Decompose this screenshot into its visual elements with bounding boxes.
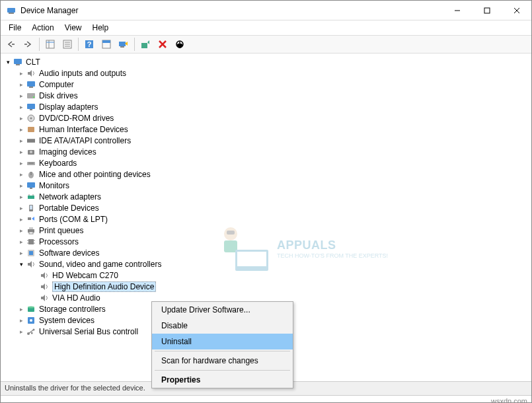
tree-root[interactable]: CLT: [1, 56, 531, 67]
svg-rect-3: [484, 8, 490, 13]
context-menu-item[interactable]: Scan for hardware changes: [152, 353, 293, 369]
category-icon: [26, 315, 36, 326]
menu-help[interactable]: Help: [89, 22, 113, 34]
device-icon: [39, 281, 50, 292]
minimize-button[interactable]: [442, 1, 472, 20]
update-driver-button[interactable]: [137, 37, 153, 52]
tree-category[interactable]: Print queues: [1, 225, 531, 236]
window-controls: [442, 1, 531, 20]
context-menu-item[interactable]: Update Driver Software...: [152, 302, 293, 318]
maximize-button[interactable]: [472, 1, 502, 20]
category-icon: [26, 203, 36, 213]
tree-category[interactable]: IDE ATA/ATAPI controllers: [1, 135, 531, 146]
svg-point-32: [30, 117, 32, 119]
tree-category[interactable]: Mice and other pointing devices: [1, 168, 531, 180]
tree-device[interactable]: HD Webcam C270: [1, 270, 531, 281]
expand-icon[interactable]: [17, 306, 26, 312]
expand-icon[interactable]: [17, 261, 26, 268]
close-button[interactable]: [502, 1, 531, 20]
svg-rect-18: [120, 46, 124, 48]
tree-category-label: Computer: [39, 80, 74, 89]
expand-icon[interactable]: [17, 137, 26, 144]
context-menu: Update Driver Software...DisableUninstal…: [151, 301, 293, 388]
category-icon: [26, 169, 36, 180]
help-button[interactable]: ?: [81, 37, 97, 52]
expand-icon[interactable]: [17, 182, 26, 189]
app-icon: [6, 5, 17, 16]
tree-category-label: Print queues: [39, 226, 83, 235]
scan-hardware-button[interactable]: [116, 37, 132, 52]
expand-icon[interactable]: [17, 205, 26, 211]
svg-rect-1: [9, 13, 14, 14]
expand-icon[interactable]: [17, 227, 26, 234]
device-icon: [39, 270, 50, 281]
properties-button[interactable]: [59, 37, 75, 52]
tree-device[interactable]: High Definition Audio Device: [1, 281, 531, 292]
forward-button[interactable]: [20, 37, 36, 52]
expand-icon[interactable]: [17, 104, 26, 110]
svg-rect-43: [27, 182, 35, 188]
expand-icon[interactable]: [17, 149, 26, 155]
tree-category[interactable]: Monitors: [1, 180, 531, 191]
action-button[interactable]: [98, 37, 114, 52]
menu-action[interactable]: Action: [28, 22, 57, 34]
expand-icon[interactable]: [17, 216, 26, 223]
tree-category[interactable]: Software devices: [1, 247, 531, 258]
svg-rect-0: [7, 8, 15, 13]
category-icon: [26, 225, 36, 236]
expand-icon[interactable]: [17, 160, 26, 166]
svg-rect-19: [141, 43, 147, 48]
svg-rect-34: [27, 139, 35, 143]
expand-icon[interactable]: [17, 126, 26, 133]
tree-category[interactable]: Audio inputs and outputs: [1, 67, 531, 79]
context-menu-item[interactable]: Uninstall: [152, 334, 293, 349]
tree-category[interactable]: DVD/CD-ROM drives: [1, 112, 531, 124]
category-icon: [26, 237, 36, 247]
svg-rect-54: [28, 239, 34, 244]
expand-icon[interactable]: [17, 115, 26, 122]
disable-button[interactable]: [172, 37, 188, 52]
tree-category[interactable]: Network adapters: [1, 191, 531, 202]
titlebar: Device Manager: [1, 1, 531, 20]
tree-category-label: Imaging devices: [39, 147, 96, 157]
menu-file[interactable]: File: [5, 22, 25, 34]
context-menu-separator: [155, 351, 290, 351]
context-menu-item[interactable]: Properties: [152, 372, 293, 388]
tree-category[interactable]: Computer: [1, 79, 531, 90]
expand-icon[interactable]: [17, 238, 26, 245]
expand-icon[interactable]: [3, 59, 13, 65]
tree-category[interactable]: Sound, video and game controllers: [1, 258, 531, 270]
tree-category[interactable]: Portable Devices: [1, 202, 531, 213]
show-hide-tree-button[interactable]: [42, 37, 58, 52]
expand-icon[interactable]: [17, 317, 26, 324]
tree-category-label: Network adapters: [39, 192, 101, 202]
expand-icon[interactable]: [17, 171, 26, 178]
svg-rect-16: [102, 40, 110, 43]
svg-rect-45: [28, 196, 34, 199]
expand-icon[interactable]: [17, 81, 26, 88]
expand-icon[interactable]: [17, 328, 26, 335]
tree-category[interactable]: Keyboards: [1, 157, 531, 168]
tree-category[interactable]: Processors: [1, 236, 531, 247]
expand-icon[interactable]: [17, 250, 26, 256]
svg-point-62: [28, 306, 34, 308]
tree-category[interactable]: Ports (COM & LPT): [1, 213, 531, 225]
back-button[interactable]: [3, 37, 19, 52]
svg-rect-25: [27, 81, 35, 87]
uninstall-button[interactable]: [155, 37, 171, 52]
tree-category[interactable]: Display adapters: [1, 101, 531, 112]
svg-rect-23: [14, 59, 22, 64]
category-icon: [26, 180, 36, 191]
expand-icon[interactable]: [17, 70, 26, 77]
svg-rect-44: [30, 188, 32, 189]
category-icon: [26, 304, 36, 314]
expand-icon[interactable]: [17, 92, 26, 99]
context-menu-item[interactable]: Disable: [152, 318, 293, 334]
tree-category[interactable]: Disk drives: [1, 90, 531, 101]
tree-category-label: Ports (COM & LPT): [39, 215, 108, 224]
device-icon: [39, 293, 50, 303]
tree-category[interactable]: Imaging devices: [1, 146, 531, 157]
tree-category[interactable]: Human Interface Devices: [1, 124, 531, 135]
expand-icon[interactable]: [17, 194, 26, 200]
menu-view[interactable]: View: [61, 22, 86, 34]
